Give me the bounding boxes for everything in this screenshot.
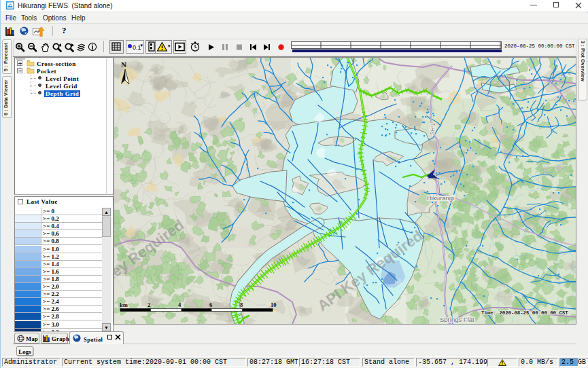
- svg-text:km: km: [120, 301, 128, 308]
- svg-text:Hikurangi: Hikurangi: [427, 194, 454, 202]
- svg-text:10: 10: [271, 301, 277, 308]
- svg-text:2: 2: [148, 301, 150, 308]
- svg-text:Springs Flat: Springs Flat: [440, 316, 474, 323]
- svg-text:Time: 2020-08-25 00:00:00 CST: Time: 2020-08-25 00:00:00 CST: [481, 310, 568, 316]
- svg-text:N: N: [121, 60, 126, 69]
- svg-text:8: 8: [240, 301, 243, 308]
- svg-text:6: 6: [209, 301, 212, 308]
